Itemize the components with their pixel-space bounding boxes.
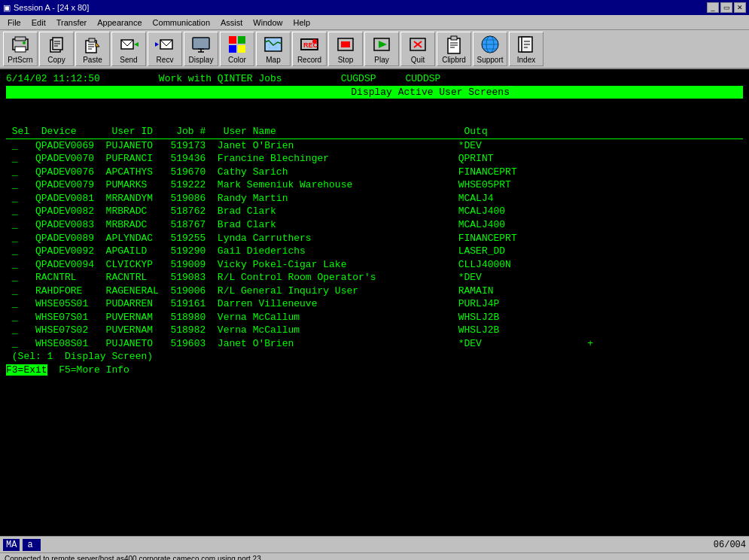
quit-label: Quit <box>411 56 425 64</box>
terminal-footer: (Sel: 1 Display Screen) <box>6 350 743 364</box>
row-8: _ QPADEV0089 APLYNDAC 519255 Lynda Carru… <box>6 232 743 245</box>
svg-marker-18 <box>155 42 159 47</box>
session-input-field[interactable]: a <box>23 539 41 551</box>
svg-rect-25 <box>238 36 245 44</box>
svg-marker-14 <box>96 42 99 47</box>
svg-point-3 <box>23 41 26 44</box>
row-6: _ QPADEV0082 MRBRADC 518762 Brad Clark M… <box>6 205 743 218</box>
title-bar-left: ▣ Session A - [24 x 80] <box>3 3 89 13</box>
svg-rect-27 <box>238 45 245 53</box>
play-button[interactable]: Play <box>364 32 399 66</box>
color-button[interactable]: Color <box>220 32 254 66</box>
terminal-header-row: 6/14/02 11:12:50 Work with QINTER Jobs C… <box>6 72 743 86</box>
menu-appearance[interactable]: Appearance <box>93 17 146 29</box>
terminal-screen[interactable]: 6/14/02 11:12:50 Work with QINTER Jobs C… <box>0 69 749 536</box>
svg-rect-10 <box>89 38 95 42</box>
svg-rect-42 <box>448 38 460 53</box>
svg-rect-43 <box>451 36 457 40</box>
menu-window[interactable]: Window <box>248 17 287 29</box>
stop-button[interactable]: Stop <box>328 32 363 66</box>
prtscm-button[interactable]: PrtScrn <box>3 32 38 66</box>
menu-file[interactable]: File <box>3 17 26 29</box>
quit-button[interactable]: Quit <box>400 32 435 66</box>
session-counter: 06/004 <box>714 540 746 550</box>
index-icon <box>516 35 536 54</box>
row-5: _ QPADEV0081 MRRANDYM 519086 Randy Marti… <box>6 192 743 205</box>
svg-rect-2 <box>15 47 26 52</box>
copy-label: Copy <box>47 56 65 64</box>
terminal-col-header: Sel Device User ID Job # User Name Outq <box>6 125 743 138</box>
copy-button[interactable]: Copy <box>39 32 74 66</box>
close-button[interactable]: ✕ <box>734 2 746 13</box>
color-icon <box>227 35 247 54</box>
map-label: Map <box>266 56 280 64</box>
title-bar-text: Session A - [24 x 80] <box>14 3 89 12</box>
play-label: Play <box>374 56 388 64</box>
clipbrd-label: Clipbrd <box>442 56 466 64</box>
terminal-wrapper: 6/14/02 11:12:50 Work with QINTER Jobs C… <box>0 69 749 536</box>
prtscm-icon <box>11 35 30 54</box>
paste-label: Paste <box>83 56 102 64</box>
connection-status-text: Connected to remote server/host as400.co… <box>5 555 261 560</box>
support-label: Support <box>476 56 503 64</box>
svg-marker-38 <box>379 41 387 48</box>
row-9: _ QPADEV0092 APGAILD 519290 Gail Diederi… <box>6 245 743 258</box>
row-13: _ WHSE05S01 PUDARREN 519161 Darren Ville… <box>6 297 743 311</box>
paste-button[interactable]: Paste <box>75 32 110 66</box>
title-bar-controls: _ ▭ ✕ <box>707 2 746 13</box>
clipbrd-icon <box>444 35 464 54</box>
terminal-blank3 <box>6 377 743 391</box>
send-button[interactable]: Send <box>111 32 146 66</box>
minimize-button[interactable]: _ <box>707 2 719 13</box>
row-16: _ WHSE08S01 PUJANETO 519603 Janet O'Brie… <box>6 337 743 351</box>
menu-transfer[interactable]: Transfer <box>52 17 92 29</box>
terminal-blank1 <box>6 99 743 112</box>
menu-communication[interactable]: Communication <box>148 17 215 29</box>
copy-icon <box>47 35 66 54</box>
row-12: _ RAHDFORE RAGENERAL 519006 R/L General … <box>6 285 743 298</box>
menu-edit[interactable]: Edit <box>27 17 50 29</box>
row-4: _ QPADEV0079 PUMARKS 519222 Mark Semeniu… <box>6 178 743 192</box>
menu-assist[interactable]: Assist <box>216 17 247 29</box>
svg-rect-1 <box>15 37 26 41</box>
menu-help[interactable]: Help <box>288 17 315 29</box>
send-label: Send <box>120 56 137 64</box>
play-icon <box>372 35 391 54</box>
send-icon <box>119 35 139 54</box>
display-button[interactable]: Display <box>184 32 218 66</box>
row-3: _ QPADEV0076 APCATHYS 519670 Cathy Saric… <box>6 166 743 179</box>
session-mode: MA <box>3 539 20 551</box>
recv-icon <box>155 35 175 54</box>
terminal-fkeys: F3=Exit F5=More Info <box>6 364 743 377</box>
paste-icon <box>83 35 102 54</box>
recv-button[interactable]: Recv <box>148 32 182 66</box>
row-1: _ QPADEV0069 PUJANETO 519173 Janet O'Bri… <box>6 139 743 153</box>
svg-point-34 <box>312 39 317 44</box>
restore-button[interactable]: ▭ <box>720 2 732 13</box>
support-button[interactable]: Support <box>473 32 507 66</box>
map-icon <box>263 35 283 54</box>
record-button[interactable]: REC Record <box>292 32 327 66</box>
terminal-blank2 <box>6 112 743 126</box>
row-15: _ WHSE07S02 PUVERNAM 518982 Verna McCall… <box>6 324 743 337</box>
color-label: Color <box>228 56 246 64</box>
index-label: Index <box>517 56 535 64</box>
support-icon <box>480 35 500 54</box>
row-10: _ QPADEV0094 CLVICKYP 519009 Vicky Pokel… <box>6 258 743 272</box>
session-status-bar: MA a 06/004 <box>0 536 749 552</box>
stop-icon <box>336 35 355 54</box>
display-label: Display <box>189 56 214 64</box>
row-7: _ QPADEV0083 MRBRADC 518767 Brad Clark M… <box>6 218 743 232</box>
session-mode-label: MA <box>6 540 17 550</box>
title-bar: ▣ Session A - [24 x 80] _ ▭ ✕ <box>0 0 749 15</box>
index-button[interactable]: Index <box>509 32 543 66</box>
row-2: _ QPADEV0070 PUFRANCI 519436 Francine Bl… <box>6 152 743 166</box>
svg-rect-26 <box>229 45 236 53</box>
record-label: Record <box>297 56 321 64</box>
connection-status-bar: Connected to remote server/host as400.co… <box>0 552 749 560</box>
menu-bar: File Edit Transfer Appearance Communicat… <box>0 15 749 30</box>
f3-key[interactable]: F3=Exit <box>6 364 47 376</box>
svg-rect-24 <box>229 36 236 44</box>
clipbrd-button[interactable]: Clipbrd <box>437 32 471 66</box>
map-button[interactable]: Map <box>256 32 291 66</box>
